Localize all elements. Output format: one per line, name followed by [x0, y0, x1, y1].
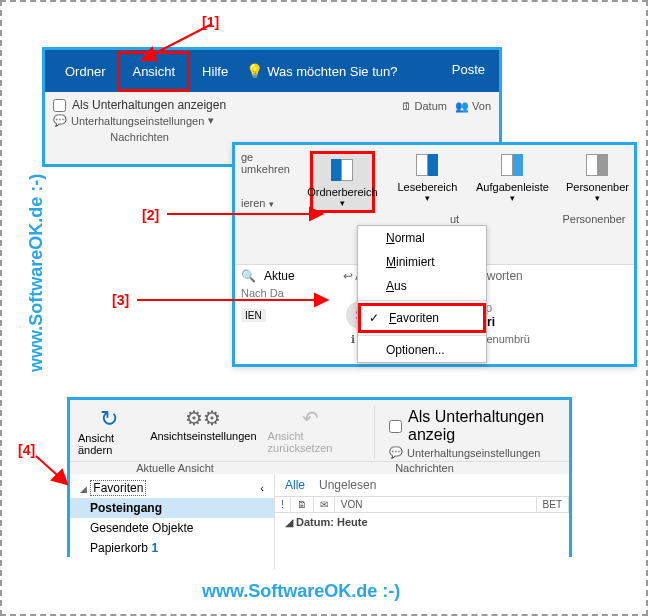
conversation-settings[interactable]: 💬 Unterhaltungseinstellungen ▾ [53, 114, 226, 127]
conversation-settings-2-label: Unterhaltungseinstellungen [407, 447, 540, 459]
panel-result-folderpane: ↻ Ansicht ändern ⚙⚙ Ansichtseinstellunge… [67, 397, 572, 557]
dd-optionen[interactable]: Optionen... [358, 338, 486, 362]
chk-conversations-2-box[interactable] [389, 420, 402, 433]
dd-normal[interactable]: Normal [358, 226, 486, 250]
filter-alle[interactable]: Alle [285, 478, 305, 492]
group-aktuelle-ansicht: Aktuelle Ansicht [70, 462, 280, 474]
tag-ien: IEN [241, 309, 266, 322]
chevron-down-icon: ▾ [595, 193, 600, 203]
dd-favoriten[interactable]: ✓Favoriten [358, 303, 486, 333]
btn-aufgabenleiste[interactable]: Aufgabenleiste ▾ [480, 151, 545, 203]
btn-aufgabenleiste-label: Aufgabenleiste [476, 181, 549, 193]
col-von[interactable]: VON [335, 497, 537, 512]
folder-posteingang[interactable]: Posteingang [70, 498, 274, 518]
brand-bottom: www.SoftwareOK.de :-) [202, 581, 400, 602]
btn-personen[interactable]: Personenber ▾ [565, 151, 630, 203]
message-list: Alle Ungelesen ! 🗎 ✉ VON BET ◢ Datum: He… [275, 474, 569, 569]
dd-separator [358, 300, 486, 301]
people-pane-icon [583, 151, 611, 179]
btn-lesebereich[interactable]: Lesebereich ▾ [395, 151, 460, 203]
window-title-partial: Poste [452, 62, 485, 77]
reset-icon: ↶ [302, 406, 319, 430]
folder-favoriten-label: Favoriten [90, 480, 146, 496]
refresh-icon: ↻ [100, 406, 118, 432]
panel-folderpane-dropdown: ge umkehren ieren ▾ Ordnerbereich ▾ Lese… [232, 142, 637, 367]
col-flag-icon[interactable]: ! [275, 497, 291, 512]
conversation-settings-label: Unterhaltungseinstellungen [71, 115, 204, 127]
btn-personen-label: Personenber [566, 181, 629, 193]
chat-icon: 💬 [53, 114, 67, 127]
folder-favoriten-header[interactable]: ◢ Favoriten ‹ [70, 478, 274, 498]
chevron-down-icon: ▾ [208, 114, 214, 127]
dd-minimiert[interactable]: Minimiert [358, 250, 486, 274]
dd-separator2 [358, 335, 486, 336]
btn-ansichtseinstellungen-label: Ansichtseinstellungen [150, 430, 256, 442]
brand-vertical: www.SoftwareOK.de :-) [26, 174, 47, 372]
btn-ansicht-aendern[interactable]: ↻ Ansicht ändern [78, 406, 139, 456]
arrow-1 [132, 20, 232, 70]
search-partial: Aktue [264, 269, 295, 283]
arrange-datum[interactable]: 🗓 Datum [401, 100, 447, 143]
partial-umkehren: ge umkehren [241, 151, 290, 175]
callout-3: [3] [112, 292, 129, 308]
callout-2: [2] [142, 207, 159, 223]
chk-conversations-box[interactable] [53, 99, 66, 112]
conversation-settings-2[interactable]: 💬 Unterhaltungseinstellungen [389, 446, 561, 459]
chevron-down-icon: ▾ [510, 193, 515, 203]
folder-papierkorb-count: 1 [151, 541, 158, 555]
folder-pane: ◢ Favoriten ‹ Posteingang Gesendete Obje… [70, 474, 275, 569]
gear-icon: ⚙⚙ [185, 406, 221, 430]
btn-ansicht-reset: ↶ Ansicht zurücksetzen [268, 406, 354, 454]
ribbon-header: Ordner Ansicht Hilfe 💡 Was möchten Sie t… [45, 50, 499, 92]
tab-ordner[interactable]: Ordner [53, 54, 117, 89]
arrow-3 [137, 290, 337, 310]
list-header: ! 🗎 ✉ VON BET [275, 496, 569, 513]
task-pane-icon [498, 151, 526, 179]
arrange-von[interactable]: 👥 Von [455, 100, 491, 143]
panel3-body: ◢ Favoriten ‹ Posteingang Gesendete Obje… [70, 474, 569, 569]
dd-aus[interactable]: Aus [358, 274, 486, 298]
group-personen: Personenber [554, 213, 634, 225]
dropdown-ordnerbereich: Normal Minimiert Aus ✓Favoriten Optionen… [357, 225, 487, 363]
arrow-2 [167, 202, 337, 222]
chevron-down-icon: ▾ [340, 198, 345, 208]
folder-pane-icon [328, 156, 356, 184]
btn-ansichtseinstellungen[interactable]: ⚙⚙ Ansichtseinstellungen [159, 406, 248, 442]
chk-conversations-2-label: Als Unterhaltungen anzeig [408, 408, 561, 444]
chat-icon: 💬 [389, 446, 403, 459]
chk-conversations[interactable]: Als Unterhaltungen anzeigen [53, 98, 226, 112]
filter-ungelesen[interactable]: Ungelesen [319, 478, 376, 492]
tell-me[interactable]: 💡 Was möchten Sie tun? [246, 63, 397, 79]
svg-marker-3 [310, 208, 322, 220]
folder-gesendet[interactable]: Gesendete Objekte [70, 518, 274, 538]
lightbulb-icon: 💡 [246, 63, 263, 79]
btn-ansicht-reset-label: Ansicht zurücksetzen [268, 430, 354, 454]
collapse-pane-icon[interactable]: ‹ [260, 482, 264, 494]
group-nachrichten: Nachrichten [53, 131, 226, 143]
tell-me-label: Was möchten Sie tun? [267, 64, 397, 79]
chk-conversations-label: Als Unterhaltungen anzeigen [72, 98, 226, 112]
svg-marker-5 [315, 294, 327, 306]
search-icon[interactable]: 🔍 [241, 269, 256, 283]
col-bet[interactable]: BET [537, 497, 569, 512]
col-read-icon[interactable]: ✉ [314, 497, 335, 512]
group-nachrichten-2: Nachrichten [280, 462, 569, 474]
col-attach-icon[interactable]: 🗎 [291, 497, 314, 512]
arrow-4 [32, 452, 82, 502]
folder-papierkorb[interactable]: Papierkorb 1 [70, 538, 274, 558]
btn-lesebereich-label: Lesebereich [397, 181, 457, 193]
btn-ordnerbereich-label: Ordnerbereich [307, 186, 377, 198]
btn-ansicht-aendern-label: Ansicht ändern [78, 432, 139, 456]
chk-conversations-2[interactable]: Als Unterhaltungen anzeig [389, 408, 561, 444]
svg-marker-1 [142, 48, 156, 60]
reading-pane-icon [413, 151, 441, 179]
check-icon: ✓ [369, 311, 379, 325]
ribbon-body-1: Als Unterhaltungen anzeigen 💬 Unterhaltu… [45, 92, 499, 147]
ribbon-row-view: ↻ Ansicht ändern ⚙⚙ Ansichtseinstellunge… [70, 400, 569, 462]
folder-papierkorb-label: Papierkorb [90, 541, 148, 555]
date-group[interactable]: ◢ Datum: Heute [275, 513, 569, 532]
chevron-down-icon: ▾ [425, 193, 430, 203]
